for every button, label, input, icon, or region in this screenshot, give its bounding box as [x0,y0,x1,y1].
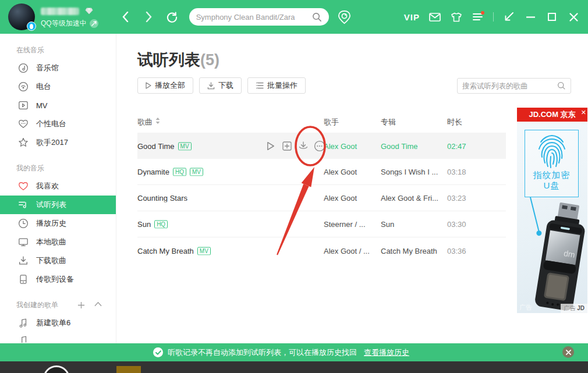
header-album[interactable]: 专辑 [381,117,444,127]
song-row[interactable]: DynamiteHQMV Alex Goot Songs I Wish I ..… [137,159,506,185]
sidebar-item-label: MV [36,101,48,110]
notification-close-icon[interactable] [562,346,574,358]
sidebar-item-transfer-to-device[interactable]: 传歌到设备 [0,270,116,289]
vip-button[interactable]: VIP [404,12,420,22]
song-duration: 03:23 [447,194,482,203]
search-icon[interactable] [312,12,322,22]
sidebar-item-favorites[interactable]: 我喜欢 [0,177,116,196]
maximize-button[interactable] [546,10,558,23]
username-blurred [41,8,79,15]
mail-icon[interactable] [428,10,441,23]
song-artist[interactable]: Alex Goot [324,168,379,176]
global-search-box[interactable] [189,8,329,26]
mv-badge: MV [190,168,203,176]
main-menu-icon[interactable] [472,10,484,23]
song-artist[interactable]: Alex Goot [324,194,379,203]
view-play-history-link[interactable]: 查看播放历史 [364,347,409,358]
header-song[interactable]: 歌曲 [137,117,261,127]
sidebar-item-singer2017[interactable]: 歌手2017 [0,133,116,152]
play-icon [146,82,151,89]
add-playlist-icon[interactable] [77,301,85,309]
sidebar-item-music-hall[interactable]: 音乐馆 [0,59,116,77]
sidebar-item-play-history[interactable]: 播放历史 [0,214,116,233]
song-row[interactable]: Catch My BreathMV Alex Goot / ... Catch … [137,237,506,264]
titlebar-divider [493,12,494,22]
ad-close-icon[interactable]: ✕ [581,109,586,116]
global-search-input[interactable] [196,13,312,22]
close-button[interactable] [567,10,580,23]
song-artist[interactable]: Steerner / ... [324,220,379,229]
sidebar-item-mv[interactable]: MV [0,96,116,115]
song-row[interactable]: Counting Stars Alex Goot Alex Goot & Fri… [137,185,506,211]
song-duration: 03:36 [447,246,482,255]
song-artist[interactable]: Alex Goot / ... [324,246,379,255]
sort-icon[interactable] [155,118,160,124]
song-album[interactable]: Catch My Breath [381,246,444,255]
play-all-button[interactable]: 播放全部 [137,77,193,94]
player-bar[interactable] [0,361,588,373]
back-button[interactable] [119,10,132,23]
sidebar-item-label: 下载歌曲 [36,255,66,266]
hq-badge: HQ [154,221,168,229]
sidebar-item-personal-radio[interactable]: 个性电台 [0,115,116,133]
jd-ad-body[interactable]: 指纹加密 U盘 dm [517,122,587,313]
skin-theme-icon[interactable] [450,10,463,23]
minimize-button[interactable] [524,10,537,23]
sidebar-item-label: 个性电台 [36,119,66,129]
sidebar-item-radio[interactable]: 电台 [0,77,116,96]
batch-operations-button[interactable]: 批量操作 [247,77,306,94]
song-row[interactable]: Good TimeMV Alex Goot Good Time 02:47 [137,133,506,159]
mini-mode-icon[interactable] [502,10,515,23]
download-button[interactable]: 下载 [199,77,242,94]
download-icon [17,255,29,267]
jd-ad-panel[interactable]: JD.COM 京东 ✕ 指纹加密 U盘 [517,108,587,313]
header-duration[interactable]: 时长 [447,117,482,127]
sidebar-item-audition-list[interactable]: 试听列表 [0,196,116,214]
refresh-button[interactable] [166,10,179,23]
row-play-icon[interactable] [265,140,276,152]
accel-label: QQ等级加速中 [41,19,87,29]
qq-badge-icon [27,22,36,31]
sidebar-item-label: 传歌到设备 [36,274,74,285]
sidebar-item-label: 播放历史 [36,218,66,229]
song-artist[interactable]: Alex Goot [324,141,379,150]
row-add-icon[interactable] [281,140,292,152]
accel-rocket-icon [90,19,98,28]
song-title-cell: Counting Stars [137,194,261,203]
hq-badge: HQ [173,168,186,176]
list-search-input[interactable] [462,82,557,90]
svg-text:dm: dm [563,248,576,260]
sidebar-item-label: 试听列表 [36,200,66,210]
song-album[interactable]: Good Time [381,141,444,150]
ad-connector-line [530,197,539,233]
notification-message: 听歌记录不再自动添加到试听列表，可以在播放历史找回 [168,347,357,358]
player-gold-element [116,366,141,373]
sidebar-item-label: 我喜欢 [36,181,59,191]
song-album[interactable]: Alex Goot & Fri... [381,194,444,203]
sidebar-item-playlist-new6[interactable]: 新建歌单6 [0,314,116,332]
sidebar-item-downloaded-songs[interactable]: 下载歌曲 [0,251,116,270]
sidebar-item-label: 歌手2017 [36,137,68,148]
album-disc[interactable] [43,365,70,373]
list-search-box[interactable] [457,78,571,94]
notification-bar: 听歌记录不再自动添加到试听列表，可以在播放历史找回 查看播放历史 [0,343,588,361]
sidebar-item-playlist-partial[interactable] [0,332,116,343]
download-icon [207,82,215,90]
row-download-icon[interactable] [297,140,309,152]
song-duration: 03:18 [447,168,482,176]
song-album[interactable]: Songs I Wish I ... [381,168,444,176]
avatar[interactable] [8,3,35,30]
search-icon[interactable] [557,81,566,90]
song-album[interactable]: Sun [381,220,444,229]
song-title-cell: DynamiteHQMV [137,168,261,176]
collapse-playlists-icon[interactable] [94,301,102,309]
forward-button[interactable] [143,10,155,23]
usb-drive-image: dm [527,198,587,313]
music-recognition-icon[interactable] [337,10,352,24]
song-row[interactable]: SunHQ Steerner / ... Sun 03:30 [137,211,506,237]
sidebar-item-local-songs[interactable]: 本地歌曲 [0,233,116,251]
header-artist[interactable]: 歌手 [324,117,379,127]
mv-badge: MV [197,247,211,255]
table-body: Good TimeMV Alex Goot Good Time 02:47 Dy… [137,133,506,264]
song-title: Catch My Breath [137,246,194,255]
